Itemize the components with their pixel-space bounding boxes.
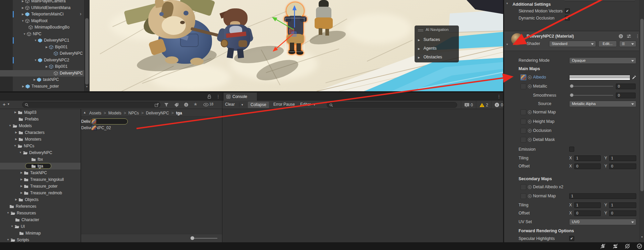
folder-tree-item[interactable]: ▶ TaskNPC (0, 169, 80, 176)
alerts-filter-icon[interactable]: ! (184, 102, 189, 107)
npc-squirrel-character[interactable] (130, 0, 230, 69)
hierarchy-item[interactable]: ▶ Bip001 (0, 63, 84, 70)
hierarchy-item[interactable]: ▶ MainPlayerCamera (0, 0, 84, 4)
hierarchy-scrollbar[interactable]: ▼ (84, 0, 89, 91)
hierarchy-item[interactable]: ▶ taskNPC (0, 77, 84, 83)
add-asset-button[interactable]: + (3, 101, 6, 107)
breadcrumb-item[interactable]: Models (108, 111, 121, 115)
favorites-star-icon[interactable]: ★ (194, 102, 198, 107)
prefab-open-chevron-icon[interactable]: › (80, 11, 82, 17)
tab-console[interactable]: Console (224, 93, 257, 101)
folder-tree-item[interactable]: ▶ Characters (0, 129, 80, 136)
editor-dropdown[interactable]: Editor (300, 102, 311, 107)
window-lock-icon[interactable] (207, 94, 211, 99)
add-asset-caret-icon[interactable]: ▾ (8, 102, 9, 106)
expand-arrow-icon[interactable]: ▶ (45, 63, 49, 70)
hierarchy-item[interactable]: MinimapBoudingBo (0, 24, 84, 31)
scrollbar-down-arrow-icon[interactable]: ▼ (86, 85, 88, 88)
breadcrumb-item[interactable]: tga (176, 111, 182, 115)
folder-tree-item[interactable]: Character (0, 216, 80, 223)
folder-tree-item[interactable]: ▼ DeliveryNPC (0, 149, 80, 156)
hierarchy-item[interactable]: ▼ DeliveryNPC1 (0, 37, 84, 44)
folder-tree-item[interactable]: ▼ Resources (0, 210, 80, 216)
open-search-window-icon[interactable] (155, 103, 159, 107)
overlay-item-agents[interactable]: ▶ Agents (418, 45, 436, 52)
expand-arrow-icon[interactable]: ▼ (10, 223, 14, 230)
console-log-area[interactable] (222, 109, 503, 242)
overlay-item-surfaces[interactable]: ▶ Surfaces (418, 36, 440, 43)
hierarchy-item[interactable]: DeliveryNPC (0, 50, 84, 57)
folder-tree-item[interactable]: fbx (0, 156, 80, 163)
collapse-breadcrumb-icon[interactable]: ▲ (83, 111, 86, 114)
expand-arrow-icon[interactable]: ▶ (19, 176, 23, 183)
scrollbar-thumb[interactable] (85, 18, 89, 85)
folder-tree-item[interactable]: ▼ UI (0, 223, 80, 230)
expand-arrow-icon[interactable]: ▼ (21, 18, 25, 24)
expand-arrow-icon[interactable]: ▶ (21, 5, 25, 11)
expand-arrow-icon[interactable]: ▶ (418, 56, 420, 59)
expand-arrow-icon[interactable]: ▼ (6, 210, 10, 216)
file-item[interactable]: DeliveryNPC (81, 118, 222, 125)
filter-by-label-icon[interactable] (174, 103, 179, 107)
expand-arrow-icon[interactable]: ▶ (14, 129, 18, 136)
ai-navigation-overlay[interactable]: AI Navigation ▶ Surfaces ▶ Agents ▶ Obst… (415, 26, 459, 62)
scene-view[interactable]: AI Navigation ▶ Surfaces ▶ Agents ▶ Obst… (89, 0, 503, 91)
expand-arrow-icon[interactable]: ▶ (33, 77, 37, 83)
expand-arrow-icon[interactable]: ▶ (45, 44, 49, 50)
folder-tree-item[interactable]: ▶ Treasure_kingskull (0, 176, 80, 183)
expand-arrow-icon[interactable]: ▶ (21, 83, 25, 90)
expand-arrow-icon[interactable]: ▶ (418, 39, 420, 42)
expand-arrow-icon[interactable]: ▶ (418, 47, 420, 50)
expand-arrow-icon[interactable]: ▶ (19, 190, 23, 196)
folder-tree-item[interactable]: ▶ Objects (0, 196, 80, 203)
clear-dropdown-caret-icon[interactable]: ▾ (241, 103, 243, 106)
console-log-count-toggle[interactable]: ! 0 (461, 101, 476, 109)
notifications-muted-icon[interactable] (625, 243, 630, 249)
editor-dropdown-caret-icon[interactable]: ▾ (314, 103, 315, 106)
folder-tree-item[interactable]: ▶ Map03 (0, 109, 80, 116)
hierarchy-item[interactable]: ▶ Treasure_poter (0, 83, 84, 90)
filter-by-type-icon[interactable] (164, 103, 169, 107)
hierarchy-item[interactable]: ▶ TeleportersMainCi › (0, 11, 84, 17)
expand-arrow-icon[interactable]: ▶ (14, 136, 18, 143)
expand-arrow-icon[interactable]: ▶ (21, 11, 25, 17)
error-pause-toggle[interactable]: Error Pause (273, 102, 295, 107)
expand-arrow-icon[interactable]: ▶ (14, 196, 18, 203)
hierarchy-item[interactable]: ▶ Bip001 (0, 44, 84, 50)
overlay-item-obstacles[interactable]: ▶ Obstacles (418, 54, 442, 60)
thumbnail-zoom-knob[interactable] (191, 236, 194, 240)
breadcrumb-item[interactable]: DeliveryNPC (146, 111, 169, 115)
hierarchy-item[interactable]: ▶ UIWorldElementMana (0, 5, 84, 11)
expand-arrow-icon[interactable]: ▼ (22, 31, 26, 37)
expand-arrow-icon[interactable]: ▼ (34, 57, 38, 63)
hierarchy-item[interactable]: ▼ DeliveryNPC2 (0, 57, 84, 63)
breadcrumb-item[interactable]: NPCs (128, 111, 139, 115)
status-ok-icon[interactable] (637, 243, 642, 249)
folder-tree-item[interactable]: ▶ Monsters (0, 136, 80, 143)
breadcrumb-item[interactable]: Assets (89, 111, 101, 115)
console-search-input[interactable] (327, 102, 457, 108)
folder-tree-item[interactable]: Prefabs (0, 116, 80, 122)
folder-tree-item[interactable]: References (0, 203, 80, 210)
folder-tree-item[interactable]: tga (0, 163, 80, 169)
hierarchy-item[interactable]: DeliveryNPC (0, 70, 84, 77)
expand-arrow-icon[interactable]: ▼ (34, 37, 38, 44)
npc-blue-character[interactable] (220, 8, 254, 59)
npc-right-character[interactable] (313, 0, 335, 37)
project-search-input[interactable] (22, 102, 160, 108)
expand-arrow-icon[interactable]: ▶ (19, 183, 23, 190)
expand-arrow-icon[interactable]: ▶ (19, 169, 23, 176)
npc-selected-character[interactable] (284, 2, 308, 55)
debugger-detached-icon[interactable] (600, 243, 606, 249)
folder-tree-item[interactable]: Minimap (0, 230, 80, 237)
folder-tree-item[interactable]: ▶ Treasure_poter (0, 183, 80, 190)
hierarchy-item[interactable]: ▼ MapRoot (0, 18, 84, 24)
collapse-toggle[interactable]: Collapse (248, 102, 269, 108)
visibility-eye-icon[interactable] (203, 103, 209, 106)
folder-tree-item[interactable]: ▼ Models (0, 122, 80, 129)
folder-tree-item[interactable]: ▶ Treasure_redmob (0, 190, 80, 196)
expand-arrow-icon[interactable]: ▶ (13, 109, 17, 116)
cache-disabled-icon[interactable] (612, 243, 618, 249)
console-error-count-toggle[interactable]: ! 0 (491, 101, 503, 109)
hierarchy-item[interactable]: ▼ NPC (0, 31, 84, 37)
